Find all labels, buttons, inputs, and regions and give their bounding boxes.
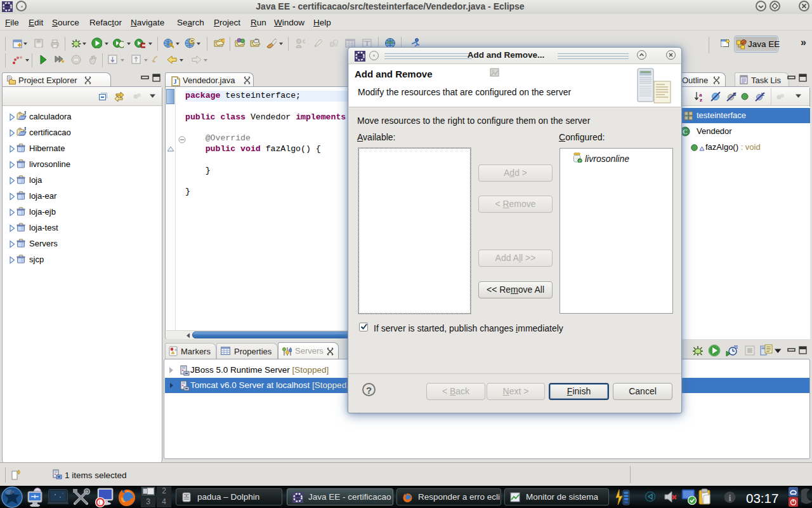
svg-text:z: z [700,97,702,102]
svg-text:J: J [23,111,27,116]
svg-text:i: i [728,493,731,503]
svg-text:J: J [174,78,177,85]
svg-text:J: J [23,127,27,132]
svg-text:T: T [365,39,369,47]
svg-text:S: S [190,39,194,45]
svg-text:G: G [303,38,305,44]
svg-text:C: C [683,128,688,135]
